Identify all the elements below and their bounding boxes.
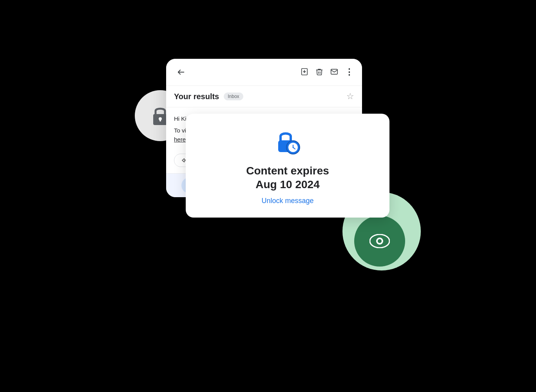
email-toolbar: ⋮: [166, 59, 362, 86]
expiry-icon: [273, 128, 302, 156]
back-arrow-icon: [177, 68, 185, 76]
trash-icon: [315, 67, 324, 76]
svg-point-5: [378, 239, 382, 243]
svg-point-19: [293, 147, 294, 148]
back-button[interactable]: [174, 65, 188, 79]
mail-icon: [330, 67, 339, 76]
inbox-badge: Inbox: [224, 93, 243, 100]
expiry-overlay-card: Content expires Aug 10 2024 Unlock messa…: [186, 114, 389, 218]
unlock-message-link[interactable]: Unlock message: [261, 197, 313, 205]
email-subject: Your results: [174, 92, 219, 101]
download-icon: [300, 67, 309, 76]
expiry-title: Content expires Aug 10 2024: [246, 164, 329, 191]
mail-button[interactable]: [330, 67, 339, 77]
more-button[interactable]: ⋮: [345, 67, 354, 77]
eye-circle-decoration: [354, 216, 405, 267]
trash-button[interactable]: [315, 67, 324, 77]
download-button[interactable]: [300, 67, 309, 77]
eye-icon: [369, 234, 390, 248]
email-title-row: Your results Inbox ☆: [166, 86, 362, 107]
star-button[interactable]: ☆: [346, 91, 354, 102]
toolbar-actions: ⋮: [300, 67, 354, 77]
svg-rect-2: [159, 119, 161, 122]
